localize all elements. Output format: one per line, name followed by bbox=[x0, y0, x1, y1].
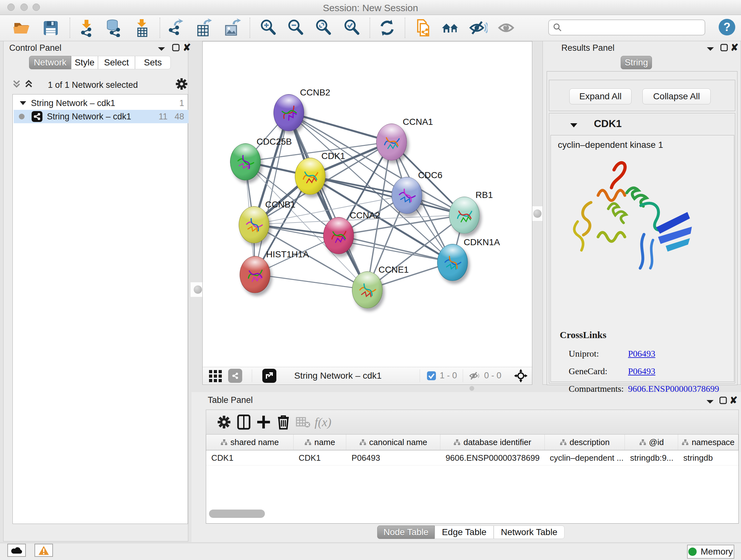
selected-checkbox-icon[interactable] bbox=[427, 371, 436, 380]
node-label-cdc6: CDC6 bbox=[418, 170, 442, 180]
delete-column-trash-icon[interactable] bbox=[273, 413, 293, 431]
protein-ribbon-thumbnail bbox=[240, 256, 270, 293]
hidden-eye-slash-icon[interactable] bbox=[468, 370, 481, 381]
network-node-ccnb1[interactable] bbox=[239, 206, 269, 243]
show-all-eye-icon[interactable] bbox=[496, 18, 516, 37]
table-cell[interactable]: 9606.ENSP00000378699 bbox=[441, 450, 545, 465]
zoom-fit-icon[interactable] bbox=[314, 18, 333, 37]
control-panel-menu-icon[interactable] bbox=[157, 46, 165, 51]
open-folder-icon[interactable] bbox=[12, 18, 31, 37]
network-node-ccna1[interactable] bbox=[376, 124, 407, 161]
node-label-ccnb2: CCNB2 bbox=[300, 87, 330, 98]
column-header-namespace[interactable]: namespace bbox=[678, 435, 738, 450]
zoom-selected-icon[interactable] bbox=[342, 18, 361, 37]
network-canvas[interactable]: CCNB2 CCNA1 CDC25B CDK1 CDC6 RB1 CCNB1 C… bbox=[203, 42, 532, 367]
column-header--id[interactable]: @id bbox=[625, 435, 678, 450]
network-node-ccna2[interactable] bbox=[323, 217, 354, 254]
table-settings-gear-icon[interactable] bbox=[214, 413, 234, 431]
column-header-description[interactable]: description bbox=[545, 435, 625, 450]
expand-all-button[interactable]: Expand All bbox=[569, 88, 631, 105]
control-panel-float-icon[interactable] bbox=[172, 44, 180, 51]
crosslink-value-link[interactable]: P06493 bbox=[628, 366, 656, 376]
network-node-cdkn1a[interactable] bbox=[437, 244, 468, 281]
tab-node-table[interactable]: Node Table bbox=[377, 525, 434, 539]
tab-sets[interactable]: Sets bbox=[135, 56, 171, 69]
table-horizontal-scrollbar[interactable] bbox=[209, 509, 265, 518]
birds-eye-view-icon[interactable] bbox=[514, 369, 528, 382]
first-neighbors-houses-icon[interactable] bbox=[441, 18, 460, 37]
protein-ribbon-thumbnail bbox=[274, 95, 304, 131]
show-columns-icon[interactable] bbox=[234, 413, 254, 431]
network-options-gear-icon[interactable] bbox=[175, 78, 188, 90]
refresh-icon[interactable] bbox=[378, 18, 397, 37]
cdk1-collapse-icon[interactable] bbox=[569, 122, 578, 128]
export-network-icon[interactable] bbox=[165, 18, 185, 37]
network-edge[interactable] bbox=[255, 274, 367, 290]
warning-button[interactable] bbox=[35, 544, 53, 557]
export-table-icon[interactable] bbox=[194, 18, 213, 37]
network-edge[interactable] bbox=[288, 112, 367, 290]
network-node-cdc6[interactable] bbox=[392, 177, 422, 214]
table-cell[interactable]: cyclin–dependent ... bbox=[545, 450, 625, 465]
network-edge[interactable] bbox=[338, 235, 452, 262]
table-panel-float-icon[interactable] bbox=[719, 396, 727, 404]
network-node-hist1h1a[interactable] bbox=[240, 256, 270, 293]
table-panel-close-icon[interactable]: ✘ bbox=[730, 395, 738, 406]
network-node-ccnb2[interactable] bbox=[273, 94, 304, 131]
export-image-icon[interactable] bbox=[222, 18, 241, 37]
app-status-bar: Memory bbox=[0, 543, 741, 560]
hide-selected-eye-slash-icon[interactable] bbox=[469, 18, 488, 37]
cdk1-detail-box: cyclin–dependent kinase 1 bbox=[550, 135, 734, 382]
tab-select[interactable]: Select bbox=[98, 56, 135, 69]
control-panel-close-icon[interactable]: ✘ bbox=[183, 42, 191, 53]
network-collection-row[interactable]: String Network – cdk1 1 bbox=[14, 97, 189, 110]
import-table-icon[interactable] bbox=[132, 18, 151, 37]
zoom-out-icon[interactable] bbox=[286, 18, 305, 37]
table-cell[interactable]: P06493 bbox=[346, 450, 441, 465]
table-tabs: Node TableEdge TableNetwork Table bbox=[377, 525, 564, 539]
add-column-icon[interactable] bbox=[254, 413, 273, 431]
tab-edge-table[interactable]: Edge Table bbox=[434, 525, 494, 539]
table-cell[interactable]: CDK1 bbox=[293, 450, 347, 465]
network-node-ccne1[interactable] bbox=[352, 271, 383, 308]
table-panel-menu-icon[interactable] bbox=[706, 399, 714, 404]
tab-network[interactable]: Network bbox=[29, 56, 71, 69]
network-name: String Network – cdk1 bbox=[47, 112, 131, 122]
table-cell[interactable]: stringdb:9... bbox=[625, 450, 678, 465]
save-session-icon[interactable] bbox=[41, 18, 60, 37]
tab-style[interactable]: Style bbox=[71, 56, 98, 69]
detach-view-icon[interactable] bbox=[262, 369, 276, 383]
column-header-name[interactable]: name bbox=[293, 435, 347, 450]
zoom-in-icon[interactable] bbox=[259, 18, 278, 37]
network-node-cdc25b[interactable] bbox=[230, 143, 261, 180]
horizontal-splitter-handle[interactable] bbox=[469, 386, 474, 391]
grid-view-icon[interactable] bbox=[208, 368, 223, 383]
column-header-canonical-name[interactable]: canonical name bbox=[346, 435, 441, 450]
table-cell[interactable]: stringdb bbox=[678, 450, 738, 465]
network-share-view-icon[interactable] bbox=[228, 369, 242, 383]
column-header-shared-name[interactable]: shared name bbox=[206, 435, 293, 450]
toolbar-search-input[interactable] bbox=[548, 19, 705, 36]
memory-button[interactable]: Memory bbox=[687, 545, 734, 559]
table-row[interactable]: CDK1CDK1P064939606.ENSP00000378699cyclin… bbox=[206, 450, 738, 465]
clone-network-icon[interactable] bbox=[413, 18, 432, 37]
results-panel-menu-icon[interactable] bbox=[706, 46, 715, 51]
collapse-all-button[interactable]: Collapse All bbox=[643, 88, 711, 105]
results-panel-float-icon[interactable] bbox=[720, 44, 728, 51]
network-node-rb1[interactable] bbox=[449, 197, 480, 234]
column-header-database-identifier[interactable]: database identifier bbox=[441, 435, 545, 450]
help-button[interactable]: ? bbox=[719, 19, 735, 36]
crosslink-label: GeneCard: bbox=[569, 366, 628, 376]
import-network-from-database-icon[interactable] bbox=[104, 18, 123, 37]
crosslink-value-link[interactable]: P06493 bbox=[628, 349, 656, 359]
import-network-icon[interactable] bbox=[77, 18, 96, 37]
results-panel-close-icon[interactable]: ✘ bbox=[731, 42, 738, 53]
network-node-cdk1[interactable] bbox=[295, 158, 326, 195]
tab-string[interactable]: String bbox=[621, 56, 652, 69]
tab-network-table[interactable]: Network Table bbox=[494, 525, 564, 539]
network-row-selected[interactable]: String Network – cdk1 11 48 bbox=[14, 110, 189, 123]
cloud-button[interactable] bbox=[7, 544, 26, 557]
tree-expand-icon[interactable] bbox=[19, 101, 26, 106]
table-cell[interactable]: CDK1 bbox=[206, 450, 293, 465]
network-view-title: String Network – cdk1 bbox=[294, 371, 382, 381]
